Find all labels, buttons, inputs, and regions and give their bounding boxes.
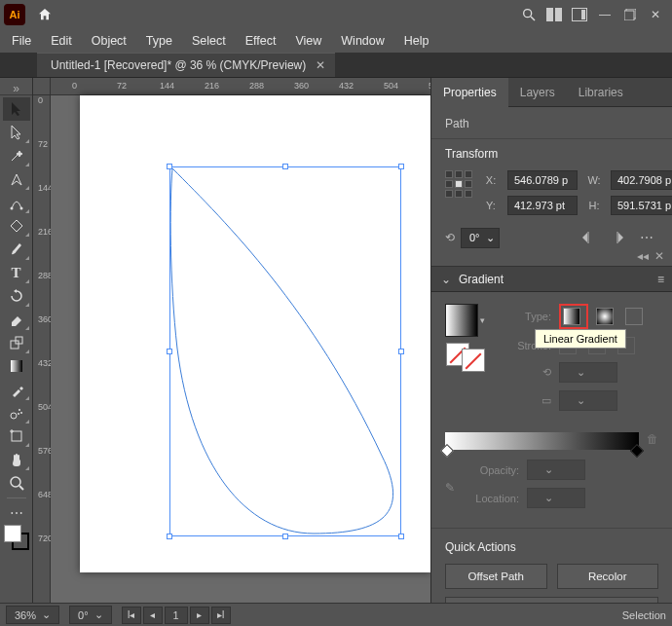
title-bar: Ai — ✕ — [0, 0, 672, 29]
menu-window[interactable]: Window — [333, 31, 392, 51]
vertical-ruler[interactable]: 0 72 144 216 288 360 432 504 576 648 720 — [33, 95, 51, 603]
menu-type[interactable]: Type — [138, 31, 180, 51]
panel-close-icon[interactable]: ✕ — [654, 249, 664, 263]
bounding-box[interactable] — [169, 166, 401, 536]
gradient-collapse-icon[interactable]: ⌄ — [441, 273, 451, 286]
gradient-stop-left[interactable] — [440, 444, 454, 458]
gradient-tooltip: Linear Gradient — [535, 329, 626, 349]
recolor-button[interactable]: Recolor — [557, 564, 659, 589]
document-stage[interactable]: 0 72 144 216 288 360 432 504 576 0 72 14… — [33, 78, 430, 603]
window-restore-icon[interactable] — [617, 3, 643, 26]
rotate-tool[interactable] — [3, 284, 30, 308]
bbox-handle-tl[interactable] — [167, 164, 172, 169]
offset-path-button[interactable]: Offset Path — [445, 564, 547, 589]
menu-object[interactable]: Object — [84, 31, 134, 51]
document-tab[interactable]: Untitled-1 [Recovered]* @ 36 % (CMYK/Pre… — [37, 53, 335, 77]
prev-artboard-button[interactable]: ◂ — [143, 607, 163, 624]
menu-file[interactable]: File — [4, 31, 39, 51]
hand-tool[interactable] — [3, 448, 30, 471]
first-artboard-button[interactable]: I◂ — [122, 607, 141, 624]
stop-opacity-input[interactable]: ⌄ — [527, 460, 585, 480]
next-artboard-button[interactable]: ▸ — [190, 607, 209, 624]
stroke-none-swatch[interactable] — [462, 349, 485, 372]
bbox-handle-ml[interactable] — [167, 349, 172, 354]
flip-horizontal-icon[interactable] — [577, 227, 600, 248]
fill-stroke-control[interactable] — [4, 525, 29, 550]
artboard[interactable] — [80, 95, 430, 572]
gradient-preview-swatch[interactable] — [445, 304, 478, 337]
svg-rect-5 — [581, 10, 585, 19]
workspace-icon[interactable] — [567, 3, 592, 26]
bbox-handle-br[interactable] — [398, 534, 404, 539]
freeform-gradient-button[interactable] — [625, 308, 643, 325]
radial-gradient-button[interactable] — [596, 308, 614, 325]
stop-eyedropper-icon[interactable]: ✎ — [445, 481, 455, 495]
last-artboard-button[interactable]: ▸I — [211, 607, 231, 624]
reference-point-grid[interactable] — [445, 170, 472, 198]
tab-layers[interactable]: Layers — [508, 78, 567, 107]
window-close-icon[interactable]: ✕ — [643, 3, 668, 26]
type-tool[interactable]: T — [3, 261, 30, 284]
menu-select[interactable]: Select — [184, 31, 234, 51]
menu-edit[interactable]: Edit — [43, 31, 80, 51]
gradient-angle-input[interactable]: ⌄ — [559, 362, 617, 383]
y-input[interactable]: 412.973 pt — [507, 196, 578, 215]
linear-gradient-button[interactable] — [563, 308, 580, 325]
rotate-view-select[interactable]: 0°⌄ — [69, 606, 112, 624]
eyedropper-tool[interactable] — [3, 378, 30, 401]
home-icon[interactable] — [33, 3, 56, 26]
bbox-handle-bl[interactable] — [167, 534, 172, 539]
bbox-handle-bm[interactable] — [282, 534, 288, 539]
tab-properties[interactable]: Properties — [431, 78, 508, 107]
svg-rect-7 — [624, 11, 634, 20]
close-tab-icon[interactable]: ✕ — [316, 58, 325, 72]
panel-menu-icon[interactable]: ≡ — [657, 273, 664, 286]
menu-effect[interactable]: Effect — [238, 31, 284, 51]
rectangle-tool[interactable] — [3, 214, 30, 238]
horizontal-ruler[interactable]: 0 72 144 216 288 360 432 504 576 — [51, 78, 430, 95]
tab-libraries[interactable]: Libraries — [567, 78, 635, 107]
arrange-documents-icon[interactable] — [541, 3, 567, 26]
gradient-tool[interactable] — [3, 354, 30, 378]
artboard-tool[interactable] — [3, 424, 30, 448]
right-panel: Properties Layers Libraries Path Transfo… — [430, 78, 672, 603]
bbox-handle-tr[interactable] — [398, 164, 404, 169]
bbox-handle-mr[interactable] — [398, 349, 404, 354]
bbox-handle-tm[interactable] — [282, 164, 288, 169]
ruler-origin[interactable] — [33, 78, 51, 95]
h-input[interactable]: 591.5731 p — [611, 196, 672, 215]
gradient-ramp[interactable] — [445, 432, 639, 450]
window-minimize-icon[interactable]: — — [592, 3, 617, 26]
zoom-level-select[interactable]: 36%⌄ — [6, 606, 59, 624]
eraser-tool[interactable] — [3, 308, 30, 331]
zoom-tool[interactable] — [3, 471, 30, 495]
toolbar-expand-icon[interactable]: » — [0, 82, 32, 95]
x-input[interactable]: 546.0789 p — [507, 170, 578, 190]
svg-point-9 — [19, 207, 22, 210]
edit-toolbar-icon[interactable]: ⋯ — [3, 501, 30, 525]
delete-stop-icon[interactable]: 🗑 — [647, 432, 658, 446]
w-input[interactable]: 402.7908 p — [611, 170, 672, 190]
scale-tool[interactable] — [3, 331, 30, 354]
gradient-swatch-menu-icon[interactable]: ▾ — [480, 315, 485, 325]
artboard-number[interactable]: 1 — [165, 607, 188, 624]
selection-tool[interactable] — [3, 97, 30, 121]
flip-vertical-icon[interactable] — [606, 227, 629, 248]
paintbrush-tool[interactable] — [3, 238, 30, 261]
panel-collapse-icon[interactable]: ◂◂ — [637, 249, 649, 263]
menu-view[interactable]: View — [287, 31, 329, 51]
symbol-sprayer-tool[interactable] — [3, 401, 30, 424]
menu-help[interactable]: Help — [396, 31, 437, 51]
gradient-stop-right[interactable] — [630, 444, 644, 458]
object-type-label: Path — [431, 107, 672, 138]
search-icon[interactable] — [516, 3, 541, 26]
pen-tool[interactable] — [3, 167, 30, 191]
direct-selection-tool[interactable] — [3, 121, 30, 144]
rotate-input[interactable]: 0°⌄ — [461, 228, 500, 248]
transform-options-icon[interactable]: ⋯ — [635, 227, 658, 248]
curvature-tool[interactable] — [3, 191, 30, 214]
fill-swatch[interactable] — [4, 525, 21, 542]
magic-wand-tool[interactable] — [3, 144, 30, 167]
stop-location-input[interactable]: ⌄ — [527, 488, 585, 508]
gradient-aspect-input[interactable]: ⌄ — [559, 390, 617, 411]
